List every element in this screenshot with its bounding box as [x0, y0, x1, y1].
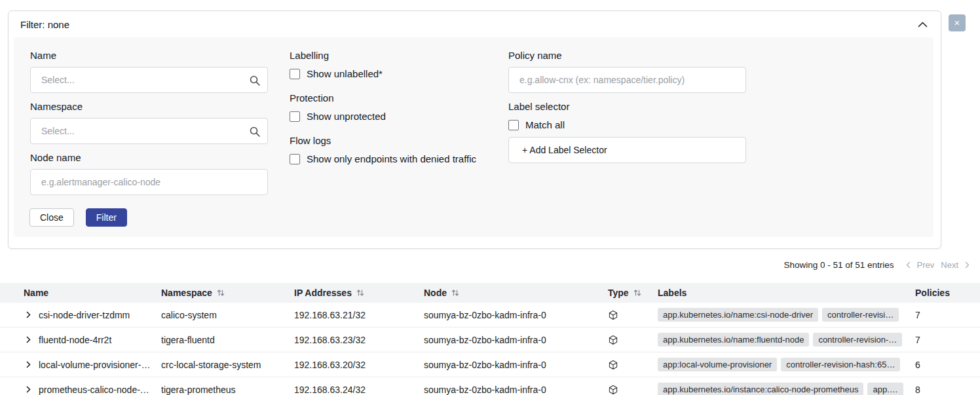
cell-namespace: tigera-fluentd	[161, 335, 294, 345]
label-pill: app:local-volume-provisioner	[658, 358, 777, 371]
close-icon[interactable]: ×	[949, 14, 966, 31]
cell-policies: 7	[915, 310, 980, 320]
cell-namespace: calico-system	[161, 310, 294, 320]
expand-row-chevron[interactable]	[24, 310, 33, 320]
table-row[interactable]: local-volume-provisioner-… crc-local-sto…	[0, 352, 980, 377]
cell-name: fluentd-node-4rr2t	[24, 335, 161, 345]
table-row[interactable]: fluentd-node-4rr2t tigera-fluentd 192.16…	[0, 328, 980, 352]
close-button[interactable]: Close	[29, 208, 74, 227]
cell-labels: app:local-volume-provisioner controller-…	[658, 358, 915, 371]
cell-ip: 192.168.63.24/32	[294, 385, 424, 395]
cell-ip: 192.168.63.20/32	[294, 360, 424, 370]
endpoints-table: Name Namespace IP Addresses Node Type La…	[0, 283, 980, 395]
show-unlabelled-checkbox[interactable]	[290, 69, 300, 79]
name-field-label: Name	[30, 50, 56, 61]
denied-traffic-label: Show only endpoints with denied traffic	[307, 153, 476, 164]
filter-button[interactable]: Filter	[86, 208, 127, 227]
namespace-select-input[interactable]	[30, 118, 268, 144]
table-header-row: Name Namespace IP Addresses Node Type La…	[0, 283, 980, 303]
show-unprotected-label: Show unprotected	[307, 111, 386, 122]
endpoint-name: prometheus-calico-node-…	[39, 385, 149, 395]
label-pill: app.kubernetes.io/name:fluentd-node	[658, 333, 809, 347]
policy-name-field-label: Policy name	[508, 50, 562, 61]
endpoint-name: fluentd-node-4rr2t	[39, 335, 111, 345]
denied-traffic-checkbox[interactable]	[290, 154, 300, 164]
chevron-right-icon[interactable]	[965, 261, 970, 269]
cell-type	[608, 385, 658, 395]
policy-name-input[interactable]	[508, 67, 746, 93]
chevron-left-icon[interactable]	[906, 261, 911, 269]
sort-icon[interactable]	[451, 289, 459, 297]
cell-labels: app.kubernetes.io/name:fluentd-node cont…	[658, 333, 915, 347]
node-name-input[interactable]	[30, 169, 268, 195]
name-select-input[interactable]	[30, 67, 268, 93]
cell-type	[608, 360, 658, 370]
expand-row-chevron[interactable]	[24, 385, 33, 394]
protection-heading: Protection	[290, 93, 334, 103]
label-pill: controller-revision-hash:65…	[781, 358, 900, 371]
expand-row-chevron[interactable]	[24, 335, 33, 345]
cell-labels: app.kubernetes.io/instance:calico-node-p…	[658, 383, 915, 395]
cell-policies: 8	[915, 385, 980, 395]
cell-node: soumya-bz-0zbo-kadm-infra-0	[424, 360, 608, 370]
prev-page-link[interactable]: Prev	[917, 260, 935, 270]
cell-node: soumya-bz-0zbo-kadm-infra-0	[424, 310, 608, 320]
cell-policies: 6	[915, 360, 980, 370]
pod-icon	[608, 360, 618, 370]
col-header-type[interactable]: Type	[608, 288, 658, 298]
match-all-label: Match all	[525, 119, 565, 130]
label-pill: controller-revision-…	[813, 333, 902, 347]
sort-icon[interactable]	[217, 289, 225, 297]
add-label-selector-button[interactable]: + Add Label Selector	[508, 137, 746, 163]
cell-labels: app.kubernetes.io/name:csi-node-driver c…	[658, 308, 915, 322]
col-header-labels: Labels	[658, 288, 915, 298]
cell-name: local-volume-provisioner-…	[24, 360, 161, 370]
label-pill: app.kubernetes.io/name:csi-node-driver	[658, 308, 818, 322]
labelling-heading: Labelling	[290, 50, 329, 61]
col-header-namespace[interactable]: Namespace	[161, 288, 294, 298]
cell-ip: 192.168.63.23/32	[294, 335, 424, 345]
pod-icon	[608, 335, 618, 345]
table-row[interactable]: csi-node-driver-tzdmm calico-system 192.…	[0, 303, 980, 328]
cell-policies: 7	[915, 335, 980, 345]
show-unprotected-checkbox[interactable]	[290, 111, 300, 122]
match-all-checkbox[interactable]	[508, 120, 519, 130]
sort-icon[interactable]	[633, 289, 641, 297]
cell-namespace: tigera-prometheus	[161, 385, 294, 395]
cell-type	[608, 310, 658, 320]
endpoint-name: local-volume-provisioner-…	[39, 360, 150, 370]
cell-node: soumya-bz-0zbo-kadm-infra-0	[424, 385, 608, 395]
cell-type	[608, 335, 658, 345]
col-header-node[interactable]: Node	[424, 288, 608, 298]
endpoint-name: csi-node-driver-tzdmm	[39, 310, 130, 320]
cell-ip: 192.168.63.21/32	[294, 310, 424, 320]
col-header-name[interactable]: Name	[24, 288, 161, 298]
filter-panel-title: Filter: none	[20, 11, 69, 37]
col-header-policies: Policies	[915, 288, 980, 298]
namespace-field-label: Namespace	[30, 102, 83, 112]
pod-icon	[608, 310, 618, 320]
label-pill: app.…	[867, 383, 903, 395]
filter-panel: Filter: none Name Namespace Node name Cl…	[8, 10, 941, 249]
cell-name: csi-node-driver-tzdmm	[24, 310, 161, 320]
col-header-ip[interactable]: IP Addresses	[294, 288, 424, 298]
pod-icon	[608, 385, 618, 395]
chevron-up-icon[interactable]	[917, 20, 928, 29]
sort-icon[interactable]	[356, 289, 364, 297]
label-selector-heading: Label selector	[508, 102, 569, 112]
expand-row-chevron[interactable]	[24, 360, 33, 369]
pagination: Showing 0 - 51 of 51 entries Prev Next	[783, 260, 970, 270]
next-page-link[interactable]: Next	[941, 260, 958, 270]
filter-panel-body: Name Namespace Node name Close Filter La…	[14, 37, 933, 237]
label-pill: controller-revisi…	[822, 308, 899, 322]
label-pill: app.kubernetes.io/instance:calico-node-p…	[658, 383, 863, 395]
cell-namespace: crc-local-storage-system	[161, 360, 294, 370]
flow-logs-heading: Flow logs	[290, 136, 331, 146]
cell-node: soumya-bz-0zbo-kadm-infra-0	[424, 335, 608, 345]
node-name-field-label: Node name	[30, 153, 81, 163]
cell-name: prometheus-calico-node-…	[24, 385, 161, 395]
table-row[interactable]: prometheus-calico-node-… tigera-promethe…	[0, 377, 980, 395]
entries-summary: Showing 0 - 51 of 51 entries	[783, 260, 894, 270]
show-unlabelled-label: Show unlabelled*	[307, 68, 383, 79]
